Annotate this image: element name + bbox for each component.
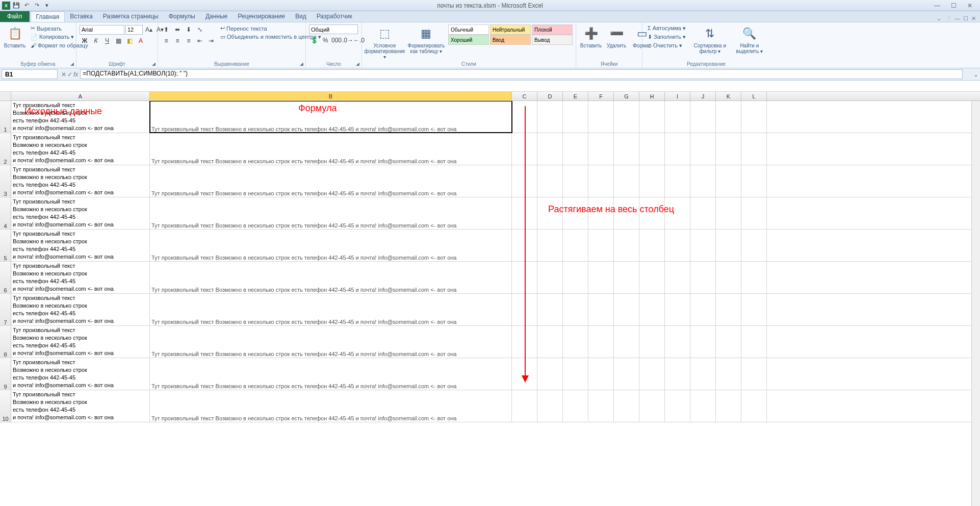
- row-header-7[interactable]: 7: [0, 294, 11, 325]
- cell-C8[interactable]: [512, 326, 537, 358]
- align-right-icon[interactable]: ≡: [184, 36, 194, 46]
- row-header-1[interactable]: 1: [0, 101, 11, 133]
- cell-F3[interactable]: [588, 165, 614, 197]
- row-header-9[interactable]: 9: [0, 358, 11, 390]
- ribbon-tab-данные[interactable]: Данные: [200, 11, 233, 22]
- column-header-K[interactable]: K: [716, 92, 741, 100]
- align-middle-icon[interactable]: ⬌: [172, 24, 183, 35]
- ribbon-tab-формулы[interactable]: Формулы: [164, 11, 200, 22]
- cell-B10[interactable]: Тут произвольный текст Возможно в нескол…: [150, 390, 512, 422]
- cell-I4[interactable]: [665, 197, 690, 229]
- cell-B9[interactable]: Тут произвольный текст Возможно в нескол…: [150, 358, 512, 390]
- bold-button[interactable]: Ж: [80, 36, 90, 46]
- cancel-formula-icon[interactable]: ✕: [61, 71, 66, 78]
- align-center-icon[interactable]: ≡: [172, 36, 183, 46]
- workbook-minimize-icon[interactable]: —: [955, 15, 960, 22]
- paste-button[interactable]: 📋 Вставить: [3, 24, 27, 49]
- align-bottom-icon[interactable]: ⬇: [184, 24, 194, 35]
- qat-undo-icon[interactable]: ↶: [22, 2, 31, 10]
- cell-E2[interactable]: [563, 133, 588, 165]
- ribbon-tab-вид[interactable]: Вид: [290, 11, 312, 22]
- cell-A9[interactable]: Тут произвольный текст Возможно в нескол…: [11, 358, 150, 390]
- cell-G5[interactable]: [614, 230, 639, 261]
- row-header-6[interactable]: 6: [0, 262, 11, 293]
- cell-J4[interactable]: [690, 197, 716, 229]
- cell-L3[interactable]: [741, 165, 767, 197]
- sort-filter-button[interactable]: ⇅Сортировка и фильтр ▾: [690, 24, 730, 55]
- cell-D6[interactable]: [537, 262, 563, 293]
- row-header-4[interactable]: 4: [0, 197, 11, 229]
- align-top-icon[interactable]: ⬆: [161, 24, 171, 35]
- cell-B7[interactable]: Тут произвольный текст Возможно в нескол…: [150, 294, 512, 325]
- cell-D3[interactable]: [537, 165, 563, 197]
- cell-L6[interactable]: [741, 262, 767, 293]
- number-dialog-launcher[interactable]: ◢: [354, 61, 360, 67]
- font-color-button[interactable]: A: [136, 36, 146, 46]
- formula-input[interactable]: =ПОДСТАВИТЬ(A1;СИМВОЛ(10); " "): [80, 69, 963, 79]
- cell-G8[interactable]: [614, 326, 639, 358]
- cell-style-хороший[interactable]: Хороший: [448, 35, 489, 45]
- cell-J6[interactable]: [690, 262, 716, 293]
- cell-K2[interactable]: [716, 133, 741, 165]
- qat-save-icon[interactable]: 💾: [12, 2, 20, 10]
- cell-F6[interactable]: [588, 262, 614, 293]
- cell-K9[interactable]: [716, 358, 741, 390]
- cell-I6[interactable]: [665, 262, 690, 293]
- orientation-icon[interactable]: ⤡: [195, 24, 205, 35]
- font-dialog-launcher[interactable]: ◢: [150, 61, 157, 67]
- insert-cells-button[interactable]: ➕Вставить: [579, 24, 603, 49]
- cell-I9[interactable]: [665, 358, 690, 390]
- cell-F10[interactable]: [588, 390, 614, 422]
- cell-F8[interactable]: [588, 326, 614, 358]
- cell-A1[interactable]: Тут произвольный текст Возможно в нескол…: [11, 101, 150, 133]
- column-header-I[interactable]: I: [665, 92, 690, 100]
- increase-decimal-icon[interactable]: .0→: [343, 35, 353, 45]
- increase-font-icon[interactable]: A▴: [144, 24, 154, 35]
- cell-D7[interactable]: [537, 294, 563, 325]
- cell-F2[interactable]: [588, 133, 614, 165]
- select-all-corner[interactable]: [0, 92, 11, 100]
- row-header-5[interactable]: 5: [0, 230, 11, 261]
- name-box[interactable]: B1: [2, 69, 58, 79]
- column-header-A[interactable]: A: [11, 92, 150, 100]
- cell-H5[interactable]: [639, 230, 665, 261]
- cell-G1[interactable]: [614, 101, 639, 133]
- cell-L4[interactable]: [741, 197, 767, 229]
- format-as-table-button[interactable]: ▦ Форматировать как таблицу ▾: [406, 24, 446, 55]
- cell-E3[interactable]: [563, 165, 588, 197]
- cell-H8[interactable]: [639, 326, 665, 358]
- decrease-indent-icon[interactable]: ⇤: [195, 36, 205, 46]
- cell-J2[interactable]: [690, 133, 716, 165]
- cell-C2[interactable]: [512, 133, 537, 165]
- cell-E7[interactable]: [563, 294, 588, 325]
- cell-H1[interactable]: [639, 101, 665, 133]
- cell-E9[interactable]: [563, 358, 588, 390]
- qat-redo-icon[interactable]: ↷: [33, 2, 41, 10]
- qat-customize-icon[interactable]: ▾: [43, 2, 51, 10]
- delete-cells-button[interactable]: ➖Удалить: [605, 24, 628, 49]
- cell-B5[interactable]: Тут произвольный текст Возможно в нескол…: [150, 230, 512, 261]
- cell-C3[interactable]: [512, 165, 537, 197]
- cell-B8[interactable]: Тут произвольный текст Возможно в нескол…: [150, 326, 512, 358]
- cell-A8[interactable]: Тут произвольный текст Возможно в нескол…: [11, 326, 150, 358]
- cell-K10[interactable]: [716, 390, 741, 422]
- find-select-button[interactable]: 🔍Найти и выделить ▾: [732, 24, 767, 55]
- cell-D9[interactable]: [537, 358, 563, 390]
- cell-E1[interactable]: [563, 101, 588, 133]
- cell-I3[interactable]: [665, 165, 690, 197]
- cell-I10[interactable]: [665, 390, 690, 422]
- cell-A6[interactable]: Тут произвольный текст Возможно в нескол…: [11, 262, 150, 293]
- comma-icon[interactable]: 000: [331, 35, 342, 45]
- maximize-button[interactable]: ☐: [946, 2, 961, 9]
- cell-C5[interactable]: [512, 230, 537, 261]
- percent-icon[interactable]: %: [320, 35, 330, 45]
- cell-J10[interactable]: [690, 390, 716, 422]
- row-header-8[interactable]: 8: [0, 326, 11, 358]
- cell-style-нейтральный[interactable]: Нейтральный: [490, 24, 531, 35]
- cell-C4[interactable]: [512, 197, 537, 229]
- cell-L9[interactable]: [741, 358, 767, 390]
- cell-I7[interactable]: [665, 294, 690, 325]
- cell-J7[interactable]: [690, 294, 716, 325]
- cell-F4[interactable]: [588, 197, 614, 229]
- clipboard-dialog-launcher[interactable]: ◢: [69, 61, 75, 67]
